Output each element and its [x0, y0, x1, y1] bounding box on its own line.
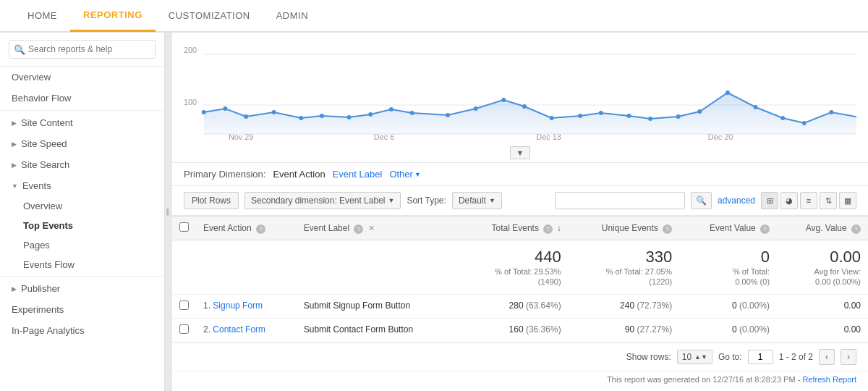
- nav-reporting[interactable]: REPORTING: [70, 0, 156, 32]
- row2-checkbox[interactable]: [172, 319, 196, 342]
- avg-value-sub: 0.00 (0.00%): [815, 277, 861, 286]
- row1-event-label: Submit Signup Form Button: [297, 295, 459, 319]
- total-events-big: 440: [466, 248, 561, 266]
- row1-checkbox[interactable]: [172, 295, 196, 319]
- secondary-dim-label: Secondary dimension: Event Label: [251, 196, 385, 206]
- unique-events-sub: (1220): [649, 277, 672, 286]
- pagination: Show rows: 10 ▲▼ Go to: 1 - 2 of 2 ‹ ›: [172, 342, 868, 371]
- svg-point-10: [347, 115, 352, 119]
- search-icon[interactable]: 🔍: [691, 192, 712, 209]
- event-value-help-icon[interactable]: ?: [760, 224, 770, 234]
- unique-events-big: 330: [576, 248, 673, 266]
- svg-point-11: [368, 112, 373, 117]
- sidebar-collapse-bar[interactable]: ▌: [165, 33, 172, 391]
- nav-customization[interactable]: CUSTOMIZATION: [156, 0, 263, 32]
- rows-count-value: 10: [682, 352, 692, 362]
- nav-home[interactable]: HOME: [14, 0, 70, 32]
- col-event-label: Event Label ? ✕: [297, 216, 459, 240]
- total-events-sort-icon[interactable]: ↓: [557, 223, 561, 233]
- view-list-icon[interactable]: ≡: [800, 192, 817, 209]
- svg-point-4: [202, 110, 206, 114]
- unique-events-help-icon[interactable]: ?: [663, 224, 672, 234]
- chart-container: 200 100: [172, 33, 868, 159]
- sidebar-item-experiments[interactable]: Experiments: [0, 299, 164, 320]
- table-row: 1. Signup Form Submit Signup Form Button…: [172, 295, 868, 319]
- event-label-help-icon[interactable]: ?: [354, 224, 363, 234]
- sidebar-item-events-flow[interactable]: Events Flow: [0, 255, 164, 274]
- sidebar-item-overview[interactable]: Overview: [0, 67, 164, 88]
- table-search-input[interactable]: [555, 192, 685, 209]
- advanced-link[interactable]: advanced: [718, 196, 755, 206]
- svg-point-21: [626, 114, 631, 118]
- primary-dimension-bar: Primary Dimension: Event Action Event La…: [172, 162, 868, 186]
- chart-area-fill: [204, 93, 856, 134]
- view-grid-icon[interactable]: ⊞: [761, 192, 778, 209]
- unique-events-pct: % of Total: 27.05%: [606, 267, 673, 276]
- svg-point-7: [272, 110, 276, 114]
- dim-event-action[interactable]: Event Action: [273, 169, 325, 180]
- sidebar-item-inpage-analytics[interactable]: In-Page Analytics: [0, 320, 164, 341]
- totals-total-events-cell: 440 % of Total: 29.53% (1490): [459, 240, 569, 295]
- row1-event-action-link[interactable]: Signup Form: [213, 300, 263, 311]
- avg-value-help-icon[interactable]: ?: [851, 224, 861, 234]
- next-page-button[interactable]: ›: [841, 349, 856, 365]
- line-chart: 200 100: [184, 40, 856, 145]
- svg-point-14: [446, 113, 450, 117]
- sort-type-select[interactable]: Default ▼: [452, 192, 502, 209]
- dim-event-label[interactable]: Event Label: [333, 169, 383, 180]
- event-action-label: Event Action: [203, 223, 252, 233]
- rows-count-select[interactable]: 10 ▲▼: [677, 350, 712, 364]
- nav-admin[interactable]: ADMIN: [263, 0, 321, 32]
- row2-total-events: 160 (36.36%): [459, 319, 569, 342]
- rows-count-arrows: ▲▼: [694, 354, 707, 361]
- row1-select-checkbox[interactable]: [179, 300, 189, 310]
- dim-other[interactable]: Other ▼: [389, 169, 420, 180]
- totals-avg-value-cell: 0.00 Avg for View: 0.00 (0.00%): [777, 240, 868, 295]
- totals-unique-events-cell: 330 % of Total: 27.05% (1220): [569, 240, 680, 295]
- sidebar-item-events[interactable]: ▼Events: [0, 175, 164, 196]
- table-checkbox-header[interactable]: [172, 216, 196, 240]
- total-events-help-icon[interactable]: ?: [543, 224, 553, 234]
- go-to-label: Go to:: [718, 352, 742, 362]
- main-content: 200 100: [172, 33, 868, 391]
- sidebar-item-top-events[interactable]: Top Events: [0, 216, 164, 235]
- event-label-close-icon[interactable]: ✕: [368, 224, 375, 232]
- go-to-input[interactable]: [748, 350, 773, 364]
- event-value-pct: % of Total:: [733, 267, 770, 276]
- sidebar-item-site-search[interactable]: ▶Site Search: [0, 154, 164, 175]
- show-rows-label: Show rows:: [626, 352, 671, 362]
- sidebar-item-publisher[interactable]: ▶Publisher: [0, 278, 164, 299]
- chart-zoom-button[interactable]: ▼: [510, 146, 531, 159]
- sidebar-item-site-speed[interactable]: ▶Site Speed: [0, 133, 164, 154]
- totals-event-action-cell: [196, 240, 297, 295]
- svg-point-13: [410, 111, 414, 115]
- row1-avg-value: 0.00: [777, 295, 868, 319]
- svg-point-12: [389, 107, 393, 112]
- table-controls: Plot Rows Secondary dimension: Event Lab…: [172, 186, 868, 216]
- view-compare-icon[interactable]: ⇅: [820, 192, 837, 209]
- total-events-label: Total Events: [492, 223, 539, 233]
- unique-events-label: Unique Events: [602, 223, 658, 233]
- sidebar-item-events-overview[interactable]: Overview: [0, 196, 164, 216]
- search-input[interactable]: [9, 40, 156, 59]
- avg-value-label: Avg. Value: [806, 223, 847, 233]
- footer-text: This report was generated on 12/27/16 at…: [607, 375, 800, 384]
- sidebar-item-pages[interactable]: Pages: [0, 235, 164, 255]
- row2-select-checkbox[interactable]: [179, 324, 189, 334]
- prev-page-button[interactable]: ‹: [819, 349, 835, 365]
- top-nav: HOME REPORTING CUSTOMIZATION ADMIN: [0, 0, 868, 33]
- col-total-events: Total Events ? ↓: [459, 216, 569, 240]
- select-all-checkbox[interactable]: [179, 222, 189, 232]
- sidebar-item-site-content[interactable]: ▶Site Content: [0, 112, 164, 133]
- secondary-dim-select[interactable]: Secondary dimension: Event Label ▼: [244, 192, 401, 209]
- plot-rows-button[interactable]: Plot Rows: [184, 192, 239, 209]
- row1-total-events: 280 (63.64%): [459, 295, 569, 319]
- event-action-help-icon[interactable]: ?: [256, 224, 265, 234]
- view-pie-icon[interactable]: ◕: [780, 192, 798, 209]
- svg-point-29: [829, 110, 833, 114]
- refresh-report-link[interactable]: Refresh Report: [802, 375, 856, 384]
- view-pivot-icon[interactable]: ▦: [839, 192, 856, 209]
- row2-event-action-link[interactable]: Contact Form: [213, 324, 265, 335]
- site-speed-arrow-icon: ▶: [12, 140, 17, 148]
- sidebar-item-behavior-flow[interactable]: Behavior Flow: [0, 88, 164, 109]
